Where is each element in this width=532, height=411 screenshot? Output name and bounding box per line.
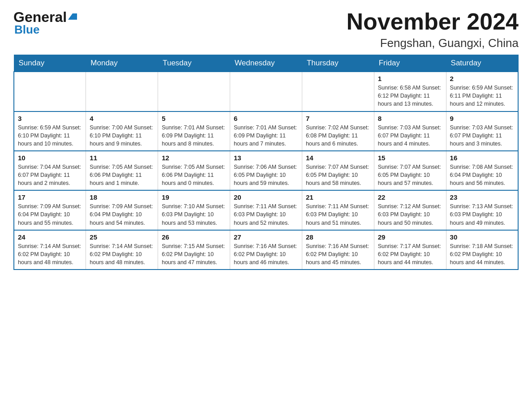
- calendar-day-cell: 22Sunrise: 7:12 AM Sunset: 6:03 PM Dayli…: [374, 190, 446, 230]
- day-info: Sunrise: 7:00 AM Sunset: 6:10 PM Dayligh…: [90, 124, 154, 148]
- page-header: General Blue November 2024 Fengshan, Gua…: [13, 9, 519, 50]
- day-number: 12: [162, 154, 226, 162]
- day-info: Sunrise: 7:01 AM Sunset: 6:09 PM Dayligh…: [234, 124, 298, 148]
- calendar-day-header: Friday: [374, 55, 446, 72]
- calendar-title: November 2024: [347, 9, 519, 34]
- day-number: 7: [306, 115, 370, 122]
- calendar-day-cell: 8Sunrise: 7:03 AM Sunset: 6:07 PM Daylig…: [374, 111, 446, 151]
- day-info: Sunrise: 7:03 AM Sunset: 6:07 PM Dayligh…: [378, 124, 442, 148]
- calendar-day-header: Wednesday: [230, 55, 302, 72]
- calendar-day-cell: 16Sunrise: 7:08 AM Sunset: 6:04 PM Dayli…: [446, 151, 518, 190]
- day-info: Sunrise: 7:09 AM Sunset: 6:04 PM Dayligh…: [18, 202, 82, 227]
- day-info: Sunrise: 7:16 AM Sunset: 6:02 PM Dayligh…: [306, 242, 370, 266]
- calendar-day-header: Thursday: [302, 55, 374, 72]
- calendar-day-header: Sunday: [14, 55, 86, 72]
- calendar-day-cell: 14Sunrise: 7:07 AM Sunset: 6:05 PM Dayli…: [302, 151, 374, 190]
- day-info: Sunrise: 7:05 AM Sunset: 6:06 PM Dayligh…: [162, 163, 226, 187]
- day-info: Sunrise: 7:07 AM Sunset: 6:05 PM Dayligh…: [378, 163, 442, 187]
- calendar-day-cell: 21Sunrise: 7:11 AM Sunset: 6:03 PM Dayli…: [302, 190, 374, 230]
- calendar-day-header: Tuesday: [158, 55, 230, 72]
- calendar-table: SundayMondayTuesdayWednesdayThursdayFrid…: [13, 55, 519, 270]
- day-number: 14: [306, 154, 370, 162]
- day-number: 30: [450, 233, 514, 241]
- calendar-day-cell: 17Sunrise: 7:09 AM Sunset: 6:04 PM Dayli…: [14, 190, 86, 230]
- day-number: 3: [18, 115, 82, 122]
- day-info: Sunrise: 7:08 AM Sunset: 6:04 PM Dayligh…: [450, 163, 514, 187]
- calendar-day-cell: 23Sunrise: 7:13 AM Sunset: 6:03 PM Dayli…: [446, 190, 518, 230]
- calendar-day-cell: 29Sunrise: 7:17 AM Sunset: 6:02 PM Dayli…: [374, 230, 446, 270]
- day-number: 28: [306, 233, 370, 241]
- day-number: 4: [90, 115, 154, 122]
- day-info: Sunrise: 7:18 AM Sunset: 6:02 PM Dayligh…: [450, 242, 514, 266]
- calendar-day-cell: 2Sunrise: 6:59 AM Sunset: 6:11 PM Daylig…: [446, 72, 518, 111]
- day-info: Sunrise: 7:02 AM Sunset: 6:08 PM Dayligh…: [306, 124, 370, 148]
- day-info: Sunrise: 7:12 AM Sunset: 6:03 PM Dayligh…: [378, 202, 442, 227]
- title-block: November 2024 Fengshan, Guangxi, China: [347, 9, 519, 50]
- day-number: 24: [18, 233, 82, 241]
- day-number: 6: [234, 115, 298, 122]
- calendar-day-cell: 18Sunrise: 7:09 AM Sunset: 6:04 PM Dayli…: [86, 190, 158, 230]
- calendar-day-cell: 27Sunrise: 7:16 AM Sunset: 6:02 PM Dayli…: [230, 230, 302, 270]
- day-info: Sunrise: 6:59 AM Sunset: 6:11 PM Dayligh…: [450, 84, 514, 108]
- day-info: Sunrise: 7:11 AM Sunset: 6:03 PM Dayligh…: [306, 202, 370, 227]
- day-number: 19: [162, 193, 226, 201]
- day-number: 13: [234, 154, 298, 162]
- day-number: 20: [234, 193, 298, 201]
- day-number: 10: [18, 154, 82, 162]
- day-number: 1: [378, 75, 442, 82]
- calendar-day-header: Monday: [86, 55, 158, 72]
- calendar-week-row: 3Sunrise: 6:59 AM Sunset: 6:10 PM Daylig…: [14, 111, 518, 151]
- day-number: 16: [450, 154, 514, 162]
- calendar-day-header: Saturday: [446, 55, 518, 72]
- calendar-day-cell: 13Sunrise: 7:06 AM Sunset: 6:05 PM Dayli…: [230, 151, 302, 190]
- calendar-day-cell: 4Sunrise: 7:00 AM Sunset: 6:10 PM Daylig…: [86, 111, 158, 151]
- day-number: 5: [162, 115, 226, 122]
- day-number: 9: [450, 115, 514, 122]
- calendar-day-cell: 7Sunrise: 7:02 AM Sunset: 6:08 PM Daylig…: [302, 111, 374, 151]
- calendar-day-cell: 1Sunrise: 6:58 AM Sunset: 6:12 PM Daylig…: [374, 72, 446, 111]
- logo-arrow2-icon: [73, 13, 77, 20]
- day-number: 25: [90, 233, 154, 241]
- day-info: Sunrise: 7:05 AM Sunset: 6:06 PM Dayligh…: [90, 163, 154, 187]
- day-number: 2: [450, 75, 514, 82]
- day-info: Sunrise: 7:14 AM Sunset: 6:02 PM Dayligh…: [90, 242, 154, 266]
- calendar-day-cell: 9Sunrise: 7:03 AM Sunset: 6:07 PM Daylig…: [446, 111, 518, 151]
- calendar-subtitle: Fengshan, Guangxi, China: [347, 36, 519, 50]
- calendar-day-cell: [302, 72, 374, 111]
- calendar-day-cell: 10Sunrise: 7:04 AM Sunset: 6:07 PM Dayli…: [14, 151, 86, 190]
- calendar-day-cell: 15Sunrise: 7:07 AM Sunset: 6:05 PM Dayli…: [374, 151, 446, 190]
- calendar-week-row: 24Sunrise: 7:14 AM Sunset: 6:02 PM Dayli…: [14, 230, 518, 270]
- day-info: Sunrise: 6:59 AM Sunset: 6:10 PM Dayligh…: [18, 124, 82, 148]
- day-number: 27: [234, 233, 298, 241]
- day-number: 22: [378, 193, 442, 201]
- calendar-day-cell: 26Sunrise: 7:15 AM Sunset: 6:02 PM Dayli…: [158, 230, 230, 270]
- day-number: 18: [90, 193, 154, 201]
- calendar-day-cell: 12Sunrise: 7:05 AM Sunset: 6:06 PM Dayli…: [158, 151, 230, 190]
- day-number: 17: [18, 193, 82, 201]
- day-number: 23: [450, 193, 514, 201]
- day-number: 15: [378, 154, 442, 162]
- day-info: Sunrise: 7:13 AM Sunset: 6:03 PM Dayligh…: [450, 202, 514, 227]
- day-info: Sunrise: 7:17 AM Sunset: 6:02 PM Dayligh…: [378, 242, 442, 266]
- calendar-week-row: 10Sunrise: 7:04 AM Sunset: 6:07 PM Dayli…: [14, 151, 518, 190]
- day-info: Sunrise: 7:07 AM Sunset: 6:05 PM Dayligh…: [306, 163, 370, 187]
- day-info: Sunrise: 7:09 AM Sunset: 6:04 PM Dayligh…: [90, 202, 154, 227]
- day-number: 29: [378, 233, 442, 241]
- calendar-day-cell: [14, 72, 86, 111]
- day-info: Sunrise: 7:16 AM Sunset: 6:02 PM Dayligh…: [234, 242, 298, 266]
- calendar-day-cell: 20Sunrise: 7:11 AM Sunset: 6:03 PM Dayli…: [230, 190, 302, 230]
- logo-arrow-icon: [68, 13, 73, 20]
- day-info: Sunrise: 7:10 AM Sunset: 6:03 PM Dayligh…: [162, 202, 226, 227]
- calendar-day-cell: 25Sunrise: 7:14 AM Sunset: 6:02 PM Dayli…: [86, 230, 158, 270]
- day-info: Sunrise: 7:11 AM Sunset: 6:03 PM Dayligh…: [234, 202, 298, 227]
- day-number: 21: [306, 193, 370, 201]
- calendar-day-cell: 19Sunrise: 7:10 AM Sunset: 6:03 PM Dayli…: [158, 190, 230, 230]
- day-info: Sunrise: 7:03 AM Sunset: 6:07 PM Dayligh…: [450, 124, 514, 148]
- calendar-day-cell: 24Sunrise: 7:14 AM Sunset: 6:02 PM Dayli…: [14, 230, 86, 270]
- day-info: Sunrise: 7:04 AM Sunset: 6:07 PM Dayligh…: [18, 163, 82, 187]
- day-number: 26: [162, 233, 226, 241]
- calendar-header-row: SundayMondayTuesdayWednesdayThursdayFrid…: [14, 55, 518, 72]
- calendar-day-cell: 3Sunrise: 6:59 AM Sunset: 6:10 PM Daylig…: [14, 111, 86, 151]
- day-info: Sunrise: 7:01 AM Sunset: 6:09 PM Dayligh…: [162, 124, 226, 148]
- day-info: Sunrise: 7:06 AM Sunset: 6:05 PM Dayligh…: [234, 163, 298, 187]
